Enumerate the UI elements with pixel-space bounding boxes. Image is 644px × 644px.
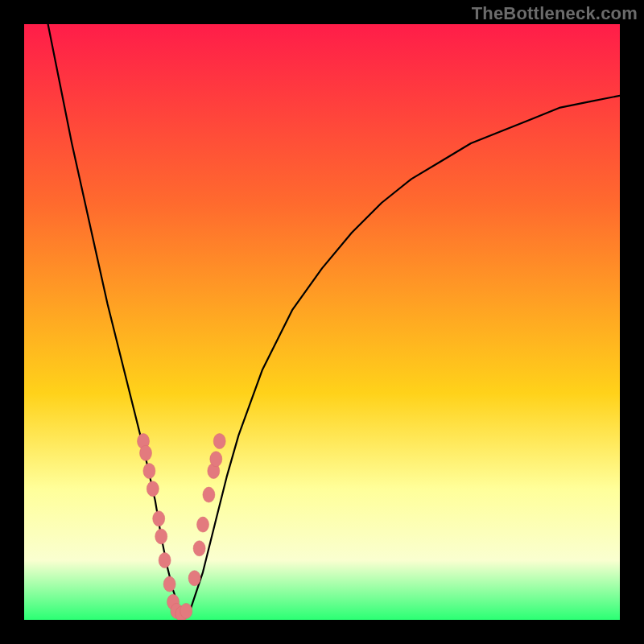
gradient-background: [24, 24, 620, 620]
sample-point: [197, 517, 209, 532]
sample-point: [143, 464, 155, 479]
sample-point: [147, 481, 159, 497]
sample-point: [153, 511, 165, 526]
sample-point: [180, 603, 192, 618]
sample-point: [203, 487, 215, 502]
sample-point: [155, 529, 167, 544]
sample-point: [163, 576, 175, 592]
plot-area: [24, 24, 620, 620]
chart-frame: TheBottleneck.com: [0, 0, 644, 644]
sample-point: [193, 541, 205, 556]
sample-point: [159, 553, 171, 568]
sample-point: [188, 571, 200, 586]
sample-point: [210, 452, 222, 467]
sample-point: [140, 445, 152, 460]
sample-point: [213, 434, 225, 449]
watermark-text: TheBottleneck.com: [472, 3, 638, 24]
bottleneck-chart: [24, 24, 620, 620]
